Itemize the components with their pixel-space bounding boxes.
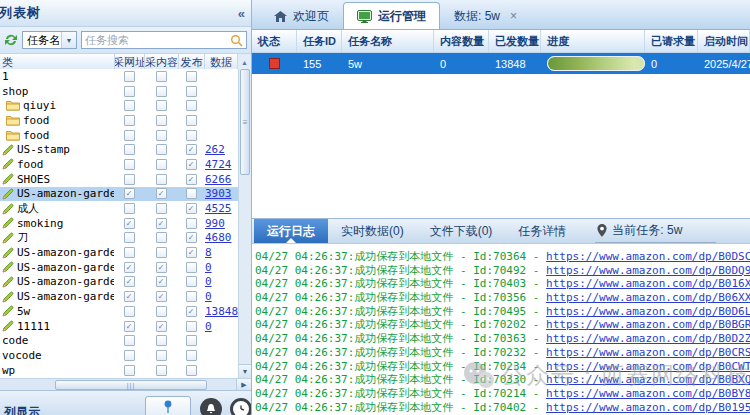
tree-row[interactable]: SHOES✓6266: [0, 172, 238, 187]
publish-checkbox[interactable]: [186, 86, 197, 97]
collect-content-checkbox[interactable]: [156, 144, 167, 155]
data-count-link[interactable]: 3903: [205, 187, 232, 200]
publish-checkbox[interactable]: [186, 188, 197, 199]
tree-row[interactable]: food✓4724: [0, 157, 238, 172]
collect-content-checkbox[interactable]: [156, 232, 167, 243]
collect-content-checkbox[interactable]: ✓: [156, 321, 167, 332]
collect-url-checkbox[interactable]: [124, 365, 135, 376]
publish-checkbox[interactable]: [186, 321, 197, 332]
collect-url-checkbox[interactable]: [124, 203, 135, 214]
collect-url-checkbox[interactable]: [124, 130, 135, 141]
collect-url-checkbox[interactable]: ✓: [124, 276, 135, 287]
collect-content-checkbox[interactable]: [156, 350, 167, 361]
publish-checkbox[interactable]: [186, 262, 197, 273]
publish-checkbox[interactable]: [186, 350, 197, 361]
column-header-2[interactable]: 任务名称: [342, 30, 434, 52]
log-url-link[interactable]: https://www.amazon.com/dp/B0195Y2HDW: [546, 401, 750, 414]
task-search-input[interactable]: [82, 34, 230, 46]
tree-row[interactable]: shop: [0, 84, 238, 99]
log-tab-task-detail[interactable]: 任务详情: [505, 219, 579, 243]
collect-content-checkbox[interactable]: [156, 306, 167, 317]
collect-url-checkbox[interactable]: [124, 335, 135, 346]
collect-content-checkbox[interactable]: [156, 159, 167, 170]
tree-row[interactable]: US-amazon-garde···✓✓3903: [0, 187, 238, 202]
search-field-dropdown[interactable]: 任务名 ▼: [22, 31, 77, 49]
collect-url-checkbox[interactable]: ✓: [124, 321, 135, 332]
collect-url-checkbox[interactable]: [124, 144, 135, 155]
pin-button[interactable]: [145, 396, 191, 415]
collect-url-checkbox[interactable]: [124, 350, 135, 361]
collect-content-checkbox[interactable]: [156, 174, 167, 185]
tab-data-5w[interactable]: 数据: 5w×: [440, 2, 531, 29]
publish-checkbox[interactable]: ✓: [186, 159, 197, 170]
collect-content-checkbox[interactable]: [156, 335, 167, 346]
log-url-link[interactable]: https://www.amazon.com/dp/B0D6L2RZNH: [546, 305, 750, 318]
log-url-link[interactable]: https://www.amazon.com/dp/B0BGRGNGFP: [546, 318, 750, 331]
tree-row[interactable]: 刀✓4680: [0, 231, 238, 246]
data-count-link[interactable]: 262: [205, 143, 225, 156]
collect-url-checkbox[interactable]: [124, 100, 135, 111]
tree-row[interactable]: qiuyi: [0, 98, 238, 113]
collect-content-checkbox[interactable]: ✓: [156, 276, 167, 287]
publish-checkbox[interactable]: [186, 276, 197, 287]
log-tab-run-log[interactable]: 运行日志: [254, 219, 328, 243]
log-url-link[interactable]: https://www.amazon.com/dp/B0BY8GQ6PX: [546, 387, 750, 400]
collect-content-checkbox[interactable]: [156, 71, 167, 82]
collect-url-checkbox[interactable]: [124, 159, 135, 170]
log-url-link[interactable]: https://www.amazon.com/dp/B0DQ99X24H: [546, 264, 750, 277]
collect-content-checkbox[interactable]: [156, 365, 167, 376]
column-header-1[interactable]: 任务ID: [297, 30, 342, 52]
log-url-link[interactable]: https://www.amazon.com/dp/B0DSCNWJSG: [546, 250, 750, 263]
collapse-panel-button[interactable]: «: [238, 6, 245, 21]
data-count-link[interactable]: 4525: [205, 202, 232, 215]
publish-checkbox[interactable]: [186, 115, 197, 126]
collect-url-checkbox[interactable]: ✓: [124, 291, 135, 302]
data-count-link[interactable]: 6266: [205, 173, 232, 186]
column-header-7[interactable]: 启动时间: [698, 30, 750, 52]
tree-vertical-scrollbar[interactable]: ≡ ▼: [238, 69, 251, 378]
tree-row[interactable]: wp: [0, 363, 238, 378]
publish-checkbox[interactable]: [186, 100, 197, 111]
tree-row[interactable]: US-amazon-garde···✓✓0: [0, 275, 238, 290]
collect-content-checkbox[interactable]: ✓: [156, 262, 167, 273]
publish-checkbox[interactable]: [186, 365, 197, 376]
column-header-6[interactable]: 已请求量: [645, 30, 698, 52]
clock-icon[interactable]: [230, 398, 251, 415]
collect-content-checkbox[interactable]: [156, 203, 167, 214]
publish-checkbox[interactable]: [186, 335, 197, 346]
column-header-4[interactable]: 已发数量: [489, 30, 541, 52]
collect-url-checkbox[interactable]: [124, 306, 135, 317]
data-count-link[interactable]: 0: [205, 261, 212, 274]
tree-row[interactable]: US-amazon-garde···✓8: [0, 245, 238, 260]
collect-url-checkbox[interactable]: [124, 174, 135, 185]
publish-checkbox[interactable]: [186, 71, 197, 82]
tree-row[interactable]: US-stamp✓262: [0, 142, 238, 157]
close-icon[interactable]: ×: [510, 9, 517, 23]
log-url-link[interactable]: https://www.amazon.com/dp/B0CWTSC9H3: [546, 360, 750, 373]
publish-checkbox[interactable]: [186, 291, 197, 302]
tree-row[interactable]: food: [0, 113, 238, 128]
collect-url-checkbox[interactable]: ✓: [124, 262, 135, 273]
publish-checkbox[interactable]: [186, 130, 197, 141]
log-tab-realtime-data[interactable]: 实时数据(0): [328, 219, 417, 243]
collect-url-checkbox[interactable]: [124, 232, 135, 243]
data-count-link[interactable]: 0: [205, 290, 212, 303]
publish-checkbox[interactable]: ✓: [186, 144, 197, 155]
publish-checkbox[interactable]: ✓: [186, 203, 197, 214]
hscroll-thumb[interactable]: |||: [55, 380, 207, 390]
collect-content-checkbox[interactable]: [156, 100, 167, 111]
collect-url-checkbox[interactable]: [124, 86, 135, 97]
data-count-link[interactable]: 0: [205, 320, 212, 333]
scroll-down-icon[interactable]: ▼: [239, 364, 251, 378]
tree-row[interactable]: smoking✓✓990: [0, 216, 238, 231]
data-count-link[interactable]: 4724: [205, 158, 232, 171]
publish-checkbox[interactable]: [186, 218, 197, 229]
tree-row[interactable]: 11111✓✓0: [0, 319, 238, 334]
refresh-icon[interactable]: [4, 33, 18, 47]
collect-content-checkbox[interactable]: [156, 115, 167, 126]
collect-url-checkbox[interactable]: [124, 115, 135, 126]
tree-row[interactable]: code: [0, 333, 238, 348]
log-url-link[interactable]: https://www.amazon.com/dp/B06XX3WLBZ: [546, 291, 750, 304]
tree-row[interactable]: US-amazon-garde···✓✓0: [0, 260, 238, 275]
collect-url-checkbox[interactable]: ✓: [124, 218, 135, 229]
